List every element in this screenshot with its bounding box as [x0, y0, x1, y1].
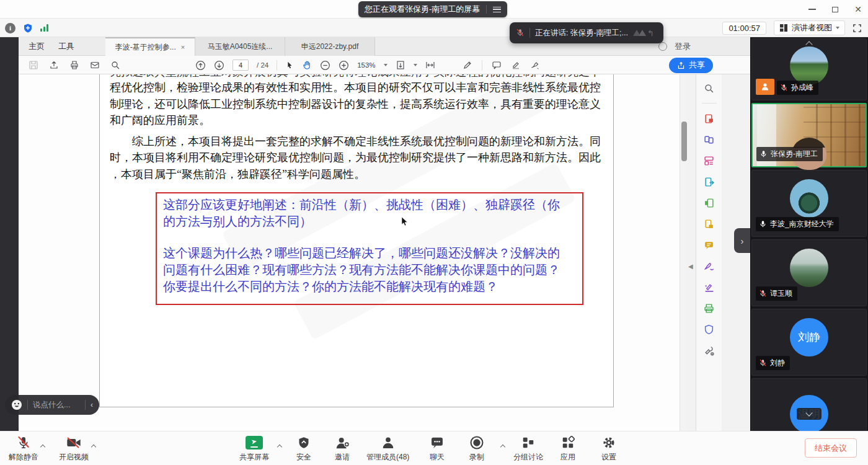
avatar-initials: 刘静	[790, 318, 828, 356]
participant-tile-active-speaker[interactable]: 张保勇-南理工	[751, 103, 867, 167]
pencil-edit-icon[interactable]	[463, 60, 472, 70]
fullscreen-button[interactable]	[852, 24, 862, 33]
pdf-menu-home[interactable]: 主页	[29, 41, 45, 52]
more-tools-wrench-icon[interactable]	[703, 344, 715, 356]
print-icon[interactable]	[69, 60, 79, 70]
snapshot-icon[interactable]	[703, 197, 715, 209]
fit-width-icon[interactable]	[425, 60, 435, 70]
fit-caret-icon[interactable]	[414, 64, 417, 66]
mic-muted-icon	[17, 436, 30, 450]
sidebar-collapse-chevron-icon[interactable]	[807, 40, 812, 49]
tab-close-icon[interactable]: ×	[181, 43, 185, 51]
organize-pages-icon[interactable]	[703, 154, 715, 167]
export-page-icon[interactable]	[703, 175, 715, 188]
meeting-info-icon[interactable]: i	[5, 23, 16, 33]
video-options-chevron[interactable]	[92, 441, 95, 451]
active-mic-icon	[759, 220, 767, 228]
file-comment-icon[interactable]	[703, 218, 715, 230]
avatar	[790, 249, 828, 287]
avatar	[790, 179, 828, 218]
view-mode-selector[interactable]: 演讲者视图	[774, 20, 845, 35]
signature-icon[interactable]	[530, 60, 541, 70]
participant-tile[interactable]: 李波_南京财经大学	[751, 170, 867, 237]
pdf-scrollbar-thumb[interactable]	[681, 122, 687, 161]
start-video-button[interactable]: 开启视频	[59, 435, 89, 463]
combine-files-icon[interactable]	[703, 133, 715, 146]
minimize-icon[interactable]	[808, 9, 816, 10]
pdf-menu-tools[interactable]: 工具	[58, 41, 74, 52]
share-screen-button[interactable]: ➤ 共享屏幕	[239, 435, 269, 463]
security-button[interactable]: 安全	[296, 435, 311, 463]
divider	[529, 28, 530, 38]
chat-input-placeholder[interactable]: 说点什么...	[33, 400, 80, 410]
settings-button[interactable]: 设置	[601, 435, 616, 463]
convert-pdf-icon[interactable]	[703, 112, 715, 125]
banner-menu-icon[interactable]	[493, 7, 501, 12]
sign-pen-icon[interactable]	[703, 260, 715, 272]
maximize-icon[interactable]	[832, 7, 838, 12]
scan-print-icon[interactable]	[703, 302, 715, 314]
email-icon[interactable]	[90, 60, 100, 70]
sidebar-expander-tab[interactable]: ›	[734, 228, 750, 253]
page-up-icon[interactable]	[195, 60, 206, 71]
zoom-level-label[interactable]: 153%	[357, 61, 375, 69]
search-doc-icon[interactable]	[703, 82, 715, 94]
pdf-scrollbar[interactable]	[680, 74, 688, 431]
record-options-chevron[interactable]	[501, 441, 505, 451]
page-number-input[interactable]: 4	[232, 60, 249, 71]
pdf-share-label: 共享	[689, 60, 705, 71]
protect-shield-icon[interactable]	[703, 323, 715, 335]
unmute-button[interactable]: 解除静音	[9, 435, 38, 463]
page-down-icon[interactable]	[214, 60, 224, 71]
fit-page-icon[interactable]	[396, 60, 405, 70]
invite-label: 邀请	[335, 452, 350, 463]
pdf-doc-tab-3[interactable]: 申远2022-zby.pdf	[285, 37, 375, 56]
record-button[interactable]: 录制	[469, 435, 484, 463]
close-icon[interactable]: ✕	[854, 5, 862, 14]
comment-icon[interactable]	[492, 60, 502, 70]
account-icon[interactable]	[658, 42, 667, 51]
participant-tile[interactable]: 谭玉顺	[751, 239, 867, 306]
watching-banner-text: 您正在观看张保勇-南理工的屏幕	[365, 4, 480, 15]
meeting-topbar: i 01:00:57 演讲者视图	[0, 19, 868, 37]
participant-name: 张保勇-南理工	[771, 149, 818, 159]
emoji-smiley-icon[interactable]	[11, 399, 22, 410]
zoom-out-icon[interactable]	[320, 60, 330, 71]
share-options-chevron[interactable]	[278, 441, 281, 451]
muted-mic-icon	[516, 29, 525, 37]
select-tool-icon[interactable]	[285, 61, 294, 69]
chat-button[interactable]: 聊天	[430, 435, 445, 463]
pdf-share-button[interactable]: 共享	[669, 58, 713, 73]
shared-screen-region: ▶ 主页 工具 李波-基于控制参... × 马玉敏A0405连续... 申远20…	[0, 37, 750, 431]
pdf-login-link[interactable]: 登录	[675, 41, 691, 52]
audio-options-chevron[interactable]	[41, 441, 45, 451]
pdf-doc-tab-1[interactable]: 李波-基于控制参... ×	[105, 37, 195, 56]
pdf-viewer[interactable]: 究拟选取典型流程工业对象开展仿真与实验研究将理论成果应用于实际过程的优化控制问题…	[19, 74, 680, 431]
pdf-doc-tab-2-label: 马玉敏A0405连续...	[208, 42, 273, 52]
avatar	[790, 46, 828, 85]
comments-panel-icon[interactable]	[703, 239, 715, 251]
pdf-toolbar: 4 / 24 153% 共享	[19, 56, 750, 74]
save-icon[interactable]	[29, 60, 38, 70]
manage-members-button[interactable]: 管理成员(48)	[366, 435, 409, 463]
participant-tile[interactable]: 温明	[751, 378, 867, 431]
participant-tile[interactable]: 刘静 刘静	[751, 309, 867, 376]
highlighter-icon[interactable]	[511, 60, 521, 70]
collapse-chat-icon[interactable]: ‹	[91, 401, 93, 409]
end-meeting-button[interactable]: 结束会议	[805, 438, 857, 458]
document-paragraph-1: 程优化控制，检验理论成果的有效性和实用性。本项目的研究不仅可以丰富和完善非线性系…	[110, 79, 604, 129]
pdf-doc-tab-2[interactable]: 马玉敏A0405连续...	[195, 37, 285, 56]
encryption-shield-icon[interactable]	[23, 23, 33, 33]
apps-button[interactable]: 应用	[560, 435, 575, 463]
search-icon[interactable]	[110, 60, 120, 70]
invite-button[interactable]: 邀请	[335, 435, 350, 463]
zoom-in-icon[interactable]	[339, 60, 349, 71]
fill-sign-icon[interactable]	[703, 281, 715, 293]
share-upload-icon[interactable]	[49, 60, 59, 70]
zoom-caret-icon[interactable]	[384, 64, 388, 66]
quick-chat-pill[interactable]: 说点什么... ‹	[5, 395, 99, 415]
scroll-participants-down-button[interactable]	[797, 408, 822, 420]
panel-collapse-icon[interactable]: ◀	[688, 263, 693, 270]
breakout-rooms-button[interactable]: 分组讨论	[513, 435, 543, 463]
hand-tool-icon[interactable]	[302, 60, 312, 70]
